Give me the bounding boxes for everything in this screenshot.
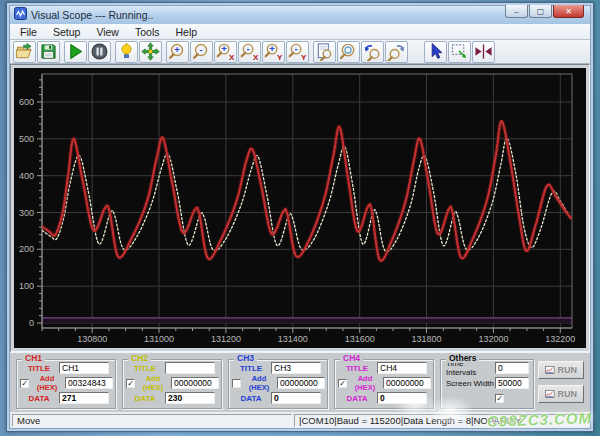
- menu-bar: FileSetupViewToolsHelp: [10, 24, 590, 40]
- others-legend: Others: [446, 354, 479, 363]
- measure-cursors-icon: [474, 42, 493, 61]
- ch2-add-input[interactable]: [171, 377, 219, 389]
- zoom-out-y-button[interactable]: -Y: [286, 41, 309, 63]
- data-label: DATA: [19, 394, 59, 403]
- marquee-select-button[interactable]: [448, 41, 471, 63]
- title-label: TITLE: [19, 364, 59, 373]
- title-label: TITLE: [125, 364, 165, 373]
- waveform-chart[interactable]: 1308001310001312001314001316001318001320…: [12, 66, 588, 354]
- ch4-title-input[interactable]: [377, 362, 427, 374]
- titlebar[interactable]: Visual Scope --- Running.. – ▢ ✕: [10, 6, 590, 24]
- run-chart-icon: [545, 365, 555, 375]
- svg-text:600: 600: [19, 97, 34, 107]
- maximize-button[interactable]: ▢: [529, 5, 552, 18]
- svg-text:+: +: [174, 44, 180, 55]
- close-button[interactable]: ✕: [553, 5, 584, 18]
- others-checkbox[interactable]: ✓: [495, 394, 504, 403]
- status-connection: |COM10|Baud = 115200|Data Length = 8|NOP…: [294, 414, 588, 427]
- select-button[interactable]: [424, 41, 447, 63]
- light-button[interactable]: [115, 41, 138, 63]
- menu-item-setup[interactable]: Setup: [45, 25, 88, 39]
- zoom-in-icon: +: [168, 42, 187, 61]
- window-frame: Visual Scope --- Running.. – ▢ ✕ FileSet…: [9, 5, 591, 429]
- ch3-data-value[interactable]: [271, 392, 321, 404]
- ch3-add-checkbox[interactable]: [232, 379, 241, 388]
- menu-item-file[interactable]: File: [12, 25, 45, 39]
- status-message: Move: [12, 414, 292, 427]
- ch1-add-checkbox[interactable]: ✓: [20, 379, 29, 388]
- channel-panel-ch2: CH2TITLE✓Add (HEX)DATA: [122, 359, 222, 409]
- channel-legend: CH3: [234, 354, 257, 363]
- zoom-in-y-icon: +Y: [264, 42, 283, 61]
- zoom-in-y-button[interactable]: +Y: [262, 41, 285, 63]
- ch4-add-checkbox[interactable]: ✓: [338, 379, 347, 388]
- svg-text:500: 500: [19, 134, 34, 144]
- svg-text:131600: 131600: [345, 334, 375, 344]
- ch1-data-value[interactable]: [59, 392, 109, 404]
- status-bar: Move |COM10|Baud = 115200|Data Length = …: [10, 412, 590, 428]
- run-button-1[interactable]: RUN: [538, 361, 584, 379]
- ch4-add-input[interactable]: [383, 377, 431, 389]
- zoom-in-x-button[interactable]: +X: [214, 41, 237, 63]
- svg-text:Y: Y: [277, 53, 283, 61]
- run-button-2[interactable]: RUN: [538, 385, 584, 403]
- app-icon: [14, 6, 27, 24]
- run-icon: [66, 42, 85, 61]
- minimize-button[interactable]: –: [505, 5, 528, 18]
- ch4-data-value[interactable]: [377, 392, 427, 404]
- marquee-select-icon: [450, 42, 469, 61]
- zoom-undo-button[interactable]: [361, 41, 384, 63]
- time-intervals-input[interactable]: [495, 362, 529, 374]
- zoom-out-button[interactable]: -: [190, 41, 213, 63]
- svg-text:300: 300: [19, 208, 34, 218]
- pause-icon: [90, 42, 109, 61]
- title-label: TITLE: [231, 364, 271, 373]
- scope-svg: 1308001310001312001314001316001318001320…: [12, 66, 588, 350]
- menu-item-help[interactable]: Help: [167, 25, 205, 39]
- channel-panel-ch4: CH4TITLE✓Add (HEX)DATA: [334, 359, 434, 409]
- data-label: DATA: [337, 394, 377, 403]
- desktop: Visual Scope --- Running.. – ▢ ✕ FileSet…: [0, 0, 600, 436]
- svg-text:-: -: [246, 43, 249, 54]
- svg-text:131200: 131200: [211, 334, 241, 344]
- add-hex-label: Add (HEX): [135, 374, 171, 392]
- svg-text:-: -: [199, 44, 202, 55]
- zoom-undo-icon: [363, 42, 382, 61]
- ch1-title-input[interactable]: [59, 362, 109, 374]
- svg-text:400: 400: [19, 171, 34, 181]
- pan-button[interactable]: [139, 41, 162, 63]
- svg-text:100: 100: [19, 281, 34, 291]
- zoom-page-button[interactable]: [313, 41, 336, 63]
- ch2-data-value[interactable]: [165, 392, 215, 404]
- ch2-title-input[interactable]: [165, 362, 215, 374]
- svg-text:131000: 131000: [144, 334, 174, 344]
- open-button[interactable]: [13, 41, 36, 63]
- channel-legend: CH1: [22, 354, 45, 363]
- ch3-add-input[interactable]: [277, 377, 325, 389]
- pause-button[interactable]: [88, 41, 111, 63]
- run-button[interactable]: [64, 41, 87, 63]
- svg-text:+: +: [269, 43, 275, 54]
- save-icon: [39, 42, 58, 61]
- menu-item-tools[interactable]: Tools: [127, 25, 168, 39]
- save-button[interactable]: [37, 41, 60, 63]
- measure-cursors-button[interactable]: [472, 41, 495, 63]
- ch3-title-input[interactable]: [271, 362, 321, 374]
- ch2-add-checkbox[interactable]: ✓: [126, 379, 135, 388]
- menu-item-view[interactable]: View: [88, 25, 127, 39]
- ch1-add-input[interactable]: [65, 377, 113, 389]
- zoom-redo-button[interactable]: [385, 41, 408, 63]
- screen-width-label: Screen Width: [443, 379, 495, 388]
- zoom-redo-icon: [387, 42, 406, 61]
- svg-text:Y: Y: [301, 53, 307, 61]
- zoom-page-icon: [315, 42, 334, 61]
- zoom-in-button[interactable]: +: [166, 41, 189, 63]
- add-hex-label: Add (HEX): [241, 374, 277, 392]
- zoom-out-x-button[interactable]: -X: [238, 41, 261, 63]
- svg-text:-: -: [294, 43, 297, 54]
- zoom-window-button[interactable]: [337, 41, 360, 63]
- others-panel: Others Time Intervals Screen Width ✓: [440, 359, 534, 409]
- channel-controls: Others Time Intervals Screen Width ✓: [10, 352, 590, 412]
- screen-width-input[interactable]: [495, 377, 529, 389]
- channel-panel-ch3: CH3TITLEAdd (HEX)DATA: [228, 359, 328, 409]
